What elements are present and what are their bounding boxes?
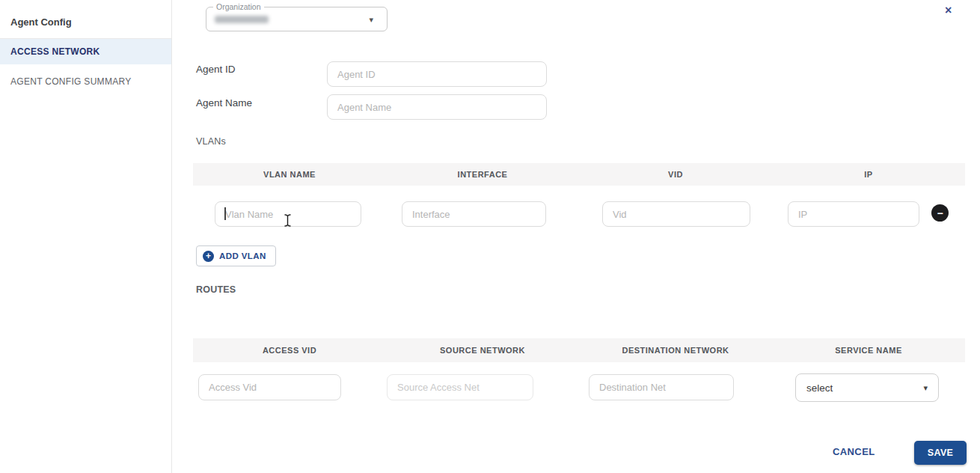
ip-input[interactable] — [788, 201, 919, 227]
interface-column-header: INTERFACE — [386, 163, 579, 186]
service-name-select-value: select — [806, 382, 833, 394]
plus-icon: + — [203, 251, 214, 262]
add-vlan-label: ADD VLAN — [219, 251, 266, 260]
minus-icon: − — [937, 208, 943, 219]
destination-network-input[interactable] — [589, 374, 734, 400]
chevron-down-icon: ▾ — [923, 384, 928, 392]
sidebar-item-access-network[interactable]: ACCESS NETWORK — [0, 39, 171, 64]
interface-input[interactable] — [402, 201, 546, 227]
agent-name-label: Agent Name — [196, 97, 252, 109]
add-vlan-button[interactable]: + ADD VLAN — [196, 245, 276, 266]
save-button[interactable]: SAVE — [914, 441, 967, 465]
chevron-down-icon: ▾ — [369, 16, 373, 24]
vlan-table-header: VLAN NAME INTERFACE VID IP — [193, 163, 965, 186]
ibeam-cursor-icon — [284, 214, 292, 227]
sidebar-item-agent-config-summary[interactable]: AGENT CONFIG SUMMARY — [0, 67, 171, 96]
cancel-button[interactable]: CANCEL — [833, 446, 875, 457]
service-name-column-header: SERVICE NAME — [772, 338, 965, 362]
service-name-select[interactable]: select ▾ — [795, 373, 939, 402]
organization-value-redacted — [215, 16, 269, 23]
agent-id-input[interactable] — [327, 61, 547, 87]
sidebar: Agent Config ACCESS NETWORK AGENT CONFIG… — [0, 0, 172, 473]
remove-vlan-row-button[interactable]: − — [931, 204, 949, 222]
source-network-column-header: SOURCE NETWORK — [386, 338, 579, 362]
text-caret — [224, 207, 226, 220]
agent-name-input[interactable] — [327, 94, 547, 120]
vid-column-header: VID — [579, 163, 772, 186]
access-vid-input[interactable] — [198, 374, 341, 400]
agent-config-dialog: Agent Config ACCESS NETWORK AGENT CONFIG… — [0, 0, 980, 473]
vid-input[interactable] — [602, 201, 750, 227]
organization-label: Organization — [213, 2, 264, 11]
close-icon[interactable]: × — [945, 4, 952, 16]
ip-column-header: IP — [772, 163, 965, 186]
routes-section-label: ROUTES — [196, 284, 236, 295]
agent-id-label: Agent ID — [196, 64, 236, 75]
organization-select[interactable]: Organization ▾ — [206, 7, 388, 31]
access-vid-column-header: ACCESS VID — [193, 338, 386, 362]
vlans-section-label: VLANs — [196, 136, 226, 147]
source-network-input[interactable] — [387, 374, 533, 400]
routes-table-header: ACCESS VID SOURCE NETWORK DESTINATION NE… — [193, 338, 965, 362]
page-title: Agent Config — [0, 0, 171, 38]
destination-network-column-header: DESTINATION NETWORK — [579, 338, 772, 362]
vlan-name-column-header: VLAN NAME — [193, 163, 386, 186]
